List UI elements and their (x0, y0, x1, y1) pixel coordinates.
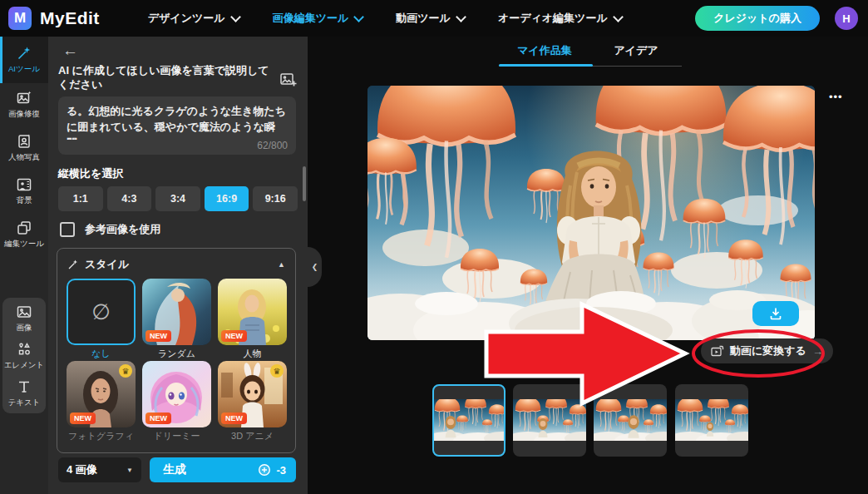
generated-image[interactable] (367, 86, 815, 340)
convert-to-video-button[interactable]: 動画に変換する → (701, 338, 833, 363)
sidebar-item-label: テキスト (8, 398, 41, 408)
nav-image-tools[interactable]: 画像編集ツール (273, 11, 363, 26)
app-title[interactable]: MyEdit (40, 8, 100, 28)
editor-tool-group: 画像 エレメント テキスト (2, 298, 46, 413)
buy-credits-button[interactable]: クレジットの購入 (695, 6, 820, 31)
convert-to-video-label: 動画に変換する (730, 343, 806, 358)
style-tile: NEW ♛ (218, 361, 287, 427)
chevron-down-icon (353, 12, 364, 22)
image-count-dropdown[interactable]: 4 画像 ▼ (58, 457, 141, 482)
download-icon (768, 306, 783, 321)
nav-label: 画像編集ツール (273, 11, 349, 26)
sidebar-item-background[interactable]: 背景 (0, 170, 48, 213)
more-options-button[interactable]: ••• (829, 91, 843, 103)
magic-wand-icon (16, 45, 32, 62)
tab-ideas[interactable]: アイデア (590, 43, 682, 68)
sidebar-item-ai-tools[interactable]: AIツール (0, 37, 48, 83)
prompt-input-box: る。幻想的に光るクラゲのような生き物たちに囲まれている、穏やかで魔法のような瞬間… (58, 96, 296, 155)
aspect-3-4-button[interactable]: 3:4 (155, 186, 200, 211)
nav-label: デザインツール (148, 11, 225, 26)
aspect-16-9-button[interactable]: 16:9 (205, 186, 249, 211)
style-option-none[interactable]: ∅ なし (67, 279, 136, 359)
thumbnail-artwork (513, 399, 586, 441)
style-tile: ∅ (67, 279, 136, 345)
tool-sidebar: AIツール 画像修復 人物写真 背景 編集ツール 画像 エレメント テキスト (0, 37, 48, 494)
premium-crown-icon: ♛ (270, 364, 284, 378)
style-label: ドリーミー (154, 430, 200, 442)
sidebar-item-text[interactable]: テキスト (2, 374, 46, 412)
portrait-photo-icon (16, 133, 32, 150)
nav-audio-tools[interactable]: オーディオ編集ツール (498, 11, 622, 26)
nav-video-tools[interactable]: 動画ツール (396, 11, 465, 26)
myedit-logo-icon[interactable]: M (8, 7, 32, 30)
sidebar-item-image[interactable]: 画像 (2, 299, 46, 337)
download-button[interactable] (752, 301, 799, 326)
magic-wand-icon (67, 259, 79, 270)
aspect-4-3-button[interactable]: 4:3 (107, 186, 152, 211)
avatar-initial: H (842, 12, 850, 25)
buy-credits-label: クレジットの購入 (713, 11, 801, 26)
style-picker-title: スタイル (85, 257, 129, 272)
jellyfish-sky-artwork (367, 86, 815, 340)
aspect-1-1-button[interactable]: 1:1 (58, 186, 103, 211)
style-picker-header: スタイル ▲ (57, 249, 295, 277)
chevron-down-icon (456, 12, 466, 22)
panel-scrollbar[interactable] (303, 166, 306, 201)
style-label: 人物 (244, 348, 262, 359)
new-badge: NEW (145, 412, 171, 424)
style-tile: NEW ♛ (67, 361, 136, 427)
credit-cost-group: -3 (258, 463, 286, 477)
sidebar-item-label: 画像修復 (8, 109, 40, 120)
aspect-ratio-label: 縦横比を選択 (58, 166, 123, 181)
credit-coin-icon (258, 463, 271, 477)
none-icon: ∅ (68, 280, 134, 343)
aspect-ratio-options: 1:1 4:3 3:4 16:9 9:16 (58, 186, 298, 211)
style-option-3d-anime[interactable]: NEW ♛ 3D アニメ (218, 361, 287, 442)
sidebar-item-label: AIツール (8, 64, 40, 75)
sidebar-item-label: エレメント (4, 360, 45, 371)
aspect-9-16-button[interactable]: 9:16 (253, 186, 298, 211)
sidebar-item-portrait[interactable]: 人物写真 (0, 126, 48, 170)
result-thumbnail-1[interactable] (432, 384, 506, 457)
sidebar-item-label: 人物写真 (8, 152, 40, 163)
result-thumbnail-2[interactable] (513, 384, 586, 457)
generate-bar: 4 画像 ▼ 生成 -3 (48, 453, 308, 494)
nav-label: オーディオ編集ツール (498, 11, 608, 26)
panel-collapse-handle[interactable]: ❮ (308, 247, 322, 287)
style-tile: NEW (142, 279, 211, 345)
nav-label: 動画ツール (396, 11, 451, 26)
prompt-title: AI に作成してほしい画像を言葉で説明してください (58, 63, 278, 91)
style-option-person[interactable]: NEW 人物 (218, 279, 287, 359)
sidebar-item-edit-tools[interactable]: 編集ツール (0, 213, 48, 256)
chevron-left-icon: ❮ (312, 263, 318, 271)
reference-image-checkbox[interactable] (60, 222, 75, 237)
back-button[interactable]: ← (62, 42, 78, 60)
style-tile: NEW (142, 361, 211, 427)
text-icon (16, 378, 32, 395)
style-option-photography[interactable]: NEW ♛ フォトグラフィ (67, 361, 136, 442)
result-thumbnail-3[interactable] (594, 384, 667, 457)
prompt-input[interactable]: る。幻想的に光るクラゲのような生き物たちに囲まれている、穏やかで魔法のような瞬間… (58, 96, 296, 140)
add-image-icon[interactable] (279, 71, 298, 89)
chevron-down-icon (230, 12, 241, 22)
sidebar-item-photo-repair[interactable]: 画像修復 (0, 83, 48, 126)
nav-design-tools[interactable]: デザインツール (148, 11, 239, 26)
style-label: なし (91, 348, 111, 359)
collapse-styles-caret-icon[interactable]: ▲ (278, 260, 285, 269)
new-badge: NEW (221, 412, 247, 424)
chevron-down-icon (613, 12, 624, 22)
generate-button[interactable]: 生成 -3 (150, 457, 296, 482)
image-to-video-icon (711, 345, 724, 357)
image-repair-icon (16, 90, 32, 106)
style-picker: スタイル ▲ ∅ なし NEW (57, 248, 296, 453)
image-count-value: 4 画像 (67, 462, 97, 477)
caret-down-icon: ▼ (126, 467, 133, 474)
user-avatar[interactable]: H (835, 7, 858, 30)
sidebar-item-label: 背景 (17, 195, 32, 206)
use-reference-image-row[interactable]: 参考画像を使用 (60, 222, 160, 237)
style-option-dreamy[interactable]: NEW ドリーミー (142, 361, 211, 442)
result-thumbnail-4[interactable] (675, 384, 748, 457)
style-option-random[interactable]: NEW ランダム (142, 279, 211, 359)
reference-image-label: 参考画像を使用 (85, 222, 160, 237)
sidebar-item-elements[interactable]: エレメント (2, 337, 46, 374)
